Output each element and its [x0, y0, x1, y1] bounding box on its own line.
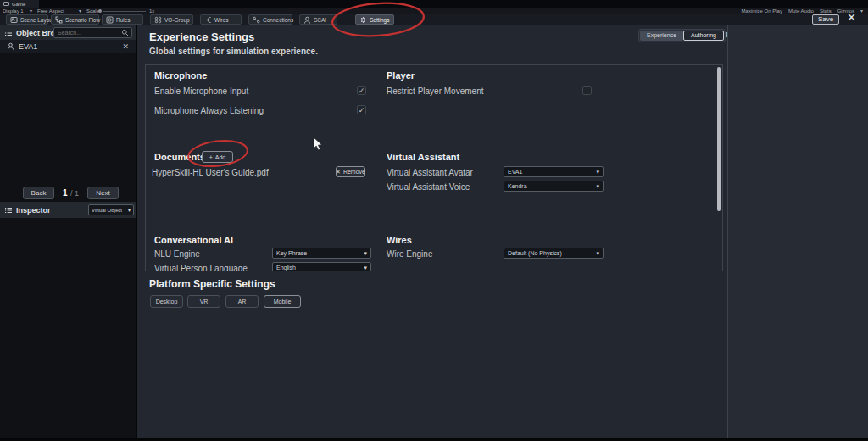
mic-always-listening-checkbox[interactable]: ✓: [357, 105, 366, 114]
experience-settings-panel: Experience Settings Experience Authoring…: [138, 25, 726, 438]
field-label: Virtual Person Language: [154, 264, 248, 271]
page-total: / 1: [70, 189, 79, 198]
platform-vr-button[interactable]: VR: [187, 295, 220, 308]
tab-scenario-flow[interactable]: Scenario Flow: [51, 14, 99, 25]
enable-microphone-checkbox[interactable]: ✓: [357, 86, 366, 95]
chevron-down-icon: ▾: [364, 265, 367, 271]
remove-item-icon[interactable]: ✕: [122, 42, 129, 51]
next-button[interactable]: Next: [87, 187, 119, 199]
tab-label: Scenario Flow: [65, 17, 100, 23]
list-item-label: EVA1: [19, 42, 118, 51]
gizmos-caret-icon[interactable]: ▾: [860, 8, 863, 14]
mode-tab-bar: Scene Layout Scenario Flow Rules VO-Grou…: [0, 14, 868, 25]
wire-engine-dropdown[interactable]: Default (No Physics) ▾: [504, 248, 604, 259]
assistant-avatar-dropdown[interactable]: EVA1 ▾: [504, 166, 604, 177]
scene-layout-icon: [10, 16, 18, 24]
object-browser-header: Object Browser: [0, 25, 136, 40]
section-wires: Wires: [387, 235, 412, 245]
document-file-name: HyperSkill-HL User's Guide.pdf: [152, 168, 269, 177]
field-label: Virtual Assistant Voice: [387, 182, 470, 192]
virtual-person-language-dropdown[interactable]: English ▾: [272, 262, 371, 271]
scale-slider-handle[interactable]: [98, 9, 102, 13]
tab-rules[interactable]: Rules: [102, 14, 143, 25]
tab-label: Connections: [263, 17, 293, 23]
platform-ar-button[interactable]: AR: [225, 295, 259, 308]
mute-audio-button[interactable]: Mute Audio: [788, 8, 814, 14]
section-conversational-ai: Conversational AI: [154, 235, 233, 245]
dropdown-value: EVA1: [508, 169, 522, 175]
x-icon: ✕: [336, 169, 341, 176]
window-titlebar: Game: [0, 0, 868, 8]
field-label: Enable Microphone Input: [154, 87, 248, 96]
pager: Back 1 / 1 Next: [0, 185, 136, 204]
chevron-down-icon: ▾: [364, 250, 367, 257]
game-tab-label: Game: [12, 2, 25, 7]
save-button[interactable]: Save: [812, 14, 839, 25]
tab-connections[interactable]: Connections: [248, 14, 292, 25]
remove-button-label: Remove: [343, 169, 365, 175]
tab-label: Wires: [214, 17, 229, 23]
display-select[interactable]: Display 1: [3, 8, 24, 14]
game-view-tab[interactable]: Game: [0, 0, 39, 8]
mode-toggle: Experience Authoring: [638, 29, 726, 42]
stats-button[interactable]: Stats: [820, 8, 832, 14]
assistant-voice-dropdown[interactable]: Kendra ▾: [504, 181, 604, 192]
tab-scene-layout[interactable]: Scene Layout: [6, 14, 48, 25]
list-item-eva1[interactable]: EVA1 ✕: [0, 40, 136, 53]
search-box: [53, 27, 132, 38]
remove-document-button[interactable]: ✕ Remove: [336, 166, 365, 177]
nlu-engine-dropdown[interactable]: Key Phrase ▾: [272, 248, 371, 259]
search-input[interactable]: [54, 30, 121, 36]
section-virtual-assistant: Virtual Assistant: [387, 152, 459, 162]
inspector-type-dropdown[interactable]: Virtual Object ▾: [88, 204, 134, 215]
scai-person-icon: [303, 16, 311, 24]
aspect-caret-icon[interactable]: ▾: [79, 8, 81, 14]
tab-label: Scene Layout: [20, 17, 54, 23]
vo-group-icon: [154, 16, 162, 24]
divider: [142, 59, 723, 59]
display-caret-icon[interactable]: ▾: [30, 8, 32, 14]
object-browser-panel: Object Browser EVA1 ✕ Back 1 / 1 Next In…: [0, 25, 137, 438]
wires-icon: [204, 16, 212, 24]
tab-label: VO-Group: [164, 17, 190, 23]
scale-slider-track[interactable]: [103, 11, 146, 12]
game-view-options: Maximize On Play Mute Audio Stats Gizmos…: [742, 8, 863, 14]
scale-value: 1x: [149, 8, 154, 14]
chevron-down-icon: ▾: [596, 183, 599, 190]
maximize-on-play-button[interactable]: Maximize On Play: [742, 8, 782, 14]
page-subtitle: Global settings for simulation experienc…: [149, 47, 318, 56]
rules-icon: [106, 16, 114, 24]
add-document-button[interactable]: + Add: [202, 151, 233, 163]
platform-settings-title: Platform Specific Settings: [149, 278, 275, 290]
close-icon[interactable]: ✕: [847, 12, 856, 24]
tab-label: Settings: [370, 17, 390, 23]
tab-settings[interactable]: Settings: [355, 14, 394, 25]
field-label: Restrict Player Movement: [387, 87, 483, 96]
chevron-down-icon: ▾: [596, 169, 599, 176]
inspector-title: Inspector: [16, 206, 51, 215]
aspect-select[interactable]: Free Aspect: [37, 8, 64, 14]
tab-wires[interactable]: Wires: [200, 14, 242, 25]
add-button-label: Add: [215, 154, 225, 160]
restrict-player-movement-checkbox[interactable]: [582, 86, 592, 95]
tab-label: Rules: [116, 17, 131, 23]
inspector-icon: [4, 206, 13, 215]
authoring-mode-button[interactable]: Authoring: [683, 31, 724, 41]
inspector-body: [0, 218, 136, 438]
search-icon[interactable]: [121, 29, 129, 36]
app-window: Game Display 1 ▾ Free Aspect ▾ Scale 1x …: [0, 0, 868, 441]
chevron-down-icon: ▾: [128, 207, 131, 213]
platform-mobile-button[interactable]: Mobile: [264, 295, 301, 308]
experience-mode-button[interactable]: Experience: [640, 31, 683, 41]
platform-desktop-button[interactable]: Desktop: [150, 295, 183, 308]
plus-icon: +: [209, 154, 213, 160]
back-button[interactable]: Back: [23, 187, 54, 199]
scrollbar-thumb[interactable]: [717, 67, 721, 211]
tab-scai[interactable]: SCAI: [299, 14, 337, 25]
person-icon: [7, 42, 14, 50]
field-label: Virtual Assistant Avatar: [387, 168, 473, 177]
scenario-flow-icon: [55, 16, 63, 24]
section-player: Player: [387, 70, 415, 81]
page-number: 1: [63, 188, 68, 198]
tab-vo-group[interactable]: VO-Group: [150, 14, 193, 25]
